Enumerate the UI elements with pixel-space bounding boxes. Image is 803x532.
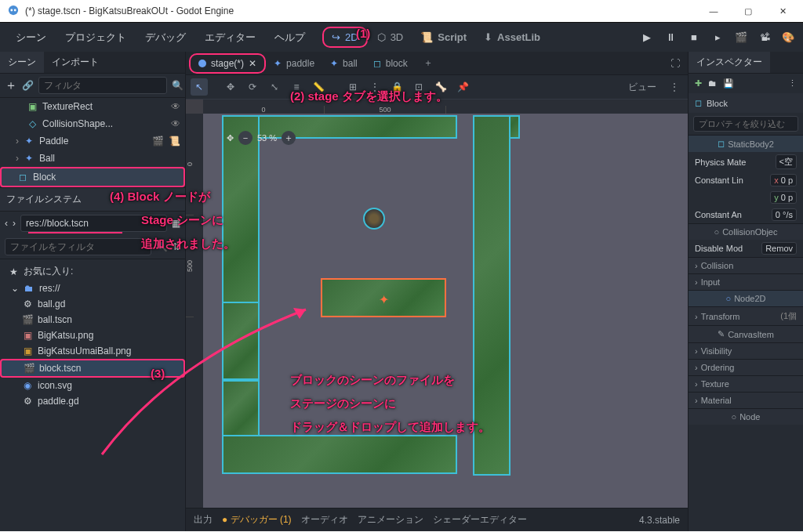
maximize-button[interactable]: ▢ (731, 0, 765, 22)
select-tool[interactable]: ↖ (191, 78, 208, 96)
scenetab-paddle[interactable]: ✦paddle (266, 55, 322, 72)
tab-scene[interactable]: シーン (0, 52, 44, 73)
render-button[interactable]: 🎨 (779, 29, 797, 46)
group-input[interactable]: ›Input (689, 273, 803, 290)
node-paddle[interactable]: › ✦ Paddle 🎬 📜 (0, 132, 185, 150)
stop-button[interactable]: ■ (685, 29, 703, 46)
move-tool[interactable]: ✥ (222, 78, 239, 96)
scenetab-block[interactable]: ◻block (365, 55, 416, 72)
workspace-script[interactable]: 📜 Script (412, 28, 474, 46)
fs-block-tscn[interactable]: 🎬block.tscn (0, 359, 185, 378)
new-resource-icon[interactable]: ✚ (695, 78, 702, 89)
fs-ball-tscn[interactable]: 🎬ball.tscn (0, 312, 185, 328)
fs-bigkatsu-png[interactable]: ▣BigKatsu.png (0, 328, 185, 343)
filesystem-path-input[interactable] (20, 215, 167, 232)
node-texturerect[interactable]: ▣ TextureRect 👁 (0, 98, 185, 115)
bottom-shader[interactable]: シェーダーエディター (433, 513, 527, 527)
nav-back-button[interactable]: ‹ (5, 218, 8, 229)
scenetab-stage[interactable]: stage(*)✕ (189, 53, 266, 74)
grid-view-icon[interactable]: ▦ (172, 218, 180, 229)
scene-icon: 🎬 (22, 314, 33, 325)
script-icon[interactable]: 📜 (169, 136, 180, 147)
chevron-right-icon: › (695, 312, 698, 321)
zoom-in-button[interactable]: ＋ (282, 131, 296, 145)
visibility-icon[interactable]: 👁 (171, 101, 180, 112)
snap-options[interactable]: ⋮ (366, 78, 383, 96)
bottom-audio[interactable]: オーディオ (301, 513, 348, 527)
fs-bigkatsuumai-png[interactable]: ▣BigKatsuUmaiBall.png (0, 343, 185, 359)
play-button[interactable]: ▶ (638, 29, 656, 46)
workspace-2d[interactable]: ↪ 2D (322, 27, 368, 48)
visibility-icon[interactable]: 👁 (171, 118, 180, 129)
ruler-tool[interactable]: 📏 (310, 78, 327, 96)
add-node-button[interactable]: ＋ (5, 78, 17, 94)
play-scene-button[interactable]: 🎬 (732, 29, 750, 46)
node-block[interactable]: ◻ Block (0, 167, 185, 187)
fs-favorites[interactable]: ★お気に入り: (0, 262, 185, 280)
group-collision[interactable]: ›Collision (689, 257, 803, 273)
group-visibility[interactable]: ›Visibility (689, 342, 803, 359)
bottom-anim[interactable]: アニメーション (358, 513, 423, 527)
workspace-3d[interactable]: ⬡ 3D (369, 28, 412, 46)
group-material[interactable]: ›Material (689, 392, 803, 408)
lock-button[interactable]: 🔒 (388, 78, 405, 96)
minimize-button[interactable]: — (696, 0, 731, 22)
node-ball[interactable]: › ✦ Ball (0, 150, 185, 167)
fs-icon-svg[interactable]: ◉icon.svg (0, 378, 185, 393)
remote-button[interactable]: ▸ (709, 29, 726, 46)
bottom-debugger[interactable]: ● デバッガー (1) (222, 513, 292, 527)
link-icon[interactable]: 🔗 (22, 80, 34, 91)
workspace-assetlib[interactable]: ⬇ AssetLib (476, 28, 548, 46)
zoom-out-button[interactable]: － (238, 131, 253, 145)
menu-editor[interactable]: エディター (195, 27, 265, 48)
nav-fwd-button[interactable]: › (13, 218, 16, 229)
bottom-output[interactable]: 出力 (194, 513, 213, 527)
menu-help[interactable]: ヘルプ (265, 27, 314, 48)
inspector-filter-input[interactable] (693, 116, 798, 132)
fs-ball-gd[interactable]: ⚙ball.gd (0, 296, 185, 312)
ball-preview (363, 208, 385, 230)
extra-icon[interactable]: ⋮ (788, 78, 797, 89)
bone-button[interactable]: 🦴 (432, 78, 449, 96)
menu-project[interactable]: プロジェクト (56, 27, 136, 48)
close-tab-icon[interactable]: ✕ (249, 58, 256, 69)
center-view-icon[interactable]: ✥ (227, 133, 234, 143)
instance-icon[interactable]: 🎬 (152, 136, 164, 147)
fs-paddle-gd[interactable]: ⚙paddle.gd (0, 393, 185, 409)
pause-button[interactable]: ⏸ (662, 29, 679, 46)
group-transform[interactable]: ›Transform(1個 (689, 306, 803, 325)
open-icon[interactable]: 🖿 (708, 78, 717, 89)
node-collisionshape[interactable]: ◇ CollisionShape... 👁 (0, 115, 185, 132)
scene-icon: 🎬 (24, 363, 35, 374)
view-dots[interactable]: ⋮ (666, 78, 683, 96)
tab-inspector[interactable]: インスペクター (689, 52, 770, 73)
scenetab-ball[interactable]: ✦ball (322, 55, 365, 72)
ruler-vertical: 0 500 (186, 114, 203, 508)
sort-icon[interactable]: ⇅ (173, 241, 180, 252)
group-texture[interactable]: ›Texture (689, 375, 803, 392)
movie-button[interactable]: 📽 (756, 29, 773, 46)
menu-scene[interactable]: シーン (6, 27, 56, 48)
list-tool[interactable]: ≡ (288, 78, 305, 96)
rotate-tool[interactable]: ⟳ (244, 78, 261, 96)
view-menu[interactable]: ビュー (623, 78, 661, 96)
tab-import[interactable]: インポート (44, 52, 107, 73)
viewport-2d[interactable]: 0 500 0 500 (186, 100, 688, 508)
fs-root[interactable]: ⌄🖿res:// (0, 280, 185, 296)
group-ordering[interactable]: ›Ordering (689, 359, 803, 375)
new-tab-button[interactable]: ＋ (416, 53, 441, 73)
group-button[interactable]: ⊡ (410, 78, 427, 96)
distraction-free-button[interactable]: ⛶ (663, 55, 688, 72)
close-button[interactable]: ✕ (765, 0, 800, 22)
node2d-icon: ✦ (330, 58, 338, 69)
pin-button[interactable]: 📌 (454, 78, 471, 96)
menu-debug[interactable]: デバッグ (136, 27, 195, 48)
scene-filter-input[interactable] (38, 77, 167, 94)
folder-icon: 🖿 (24, 283, 35, 294)
save-icon[interactable]: 💾 (723, 78, 734, 89)
scale-tool[interactable]: ⤡ (266, 78, 283, 96)
snap-toggle[interactable]: ⊞ (344, 78, 362, 96)
version-label: 4.3.stable (639, 515, 680, 526)
canvas[interactable]: ✦ ✥ － 53 % ＋ (203, 114, 688, 508)
filesystem-filter-input[interactable] (5, 238, 151, 255)
